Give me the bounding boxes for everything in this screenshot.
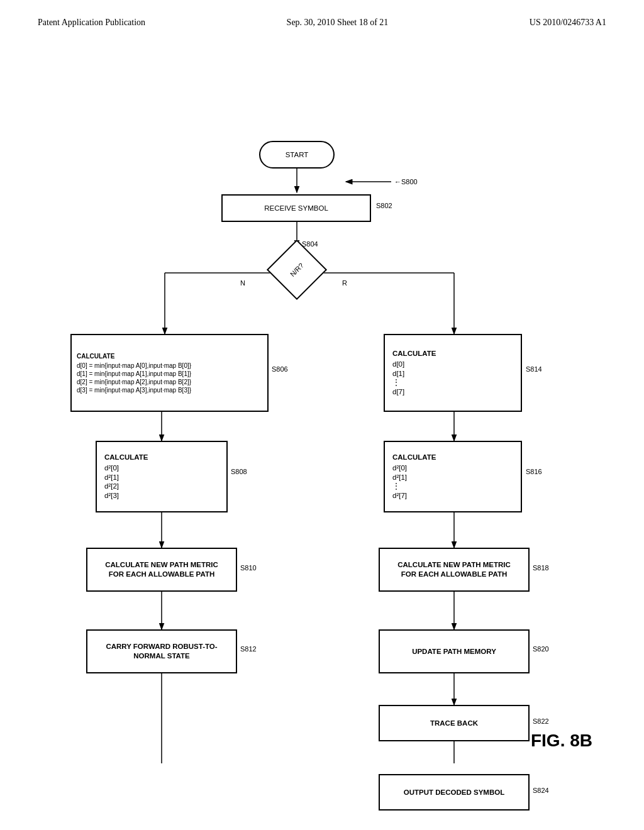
calc-left-title: CALCULATE [77, 352, 114, 360]
calc-left-d2-line4: d²[3] [104, 491, 119, 501]
calc-left-line3: d[2] = min{input·map A[2],input·map B[2]… [77, 378, 191, 386]
receive-label: RECEIVE SYMBOL [264, 204, 328, 213]
calc-left-d2-title: CALCULATE [104, 453, 148, 462]
calc-right-d2-line2: d²[1] [392, 473, 407, 482]
start-node: START [259, 141, 335, 169]
output-decoded-node: OUTPUT DECODED SYMBOL [379, 774, 530, 811]
s822-label: S822 [533, 717, 549, 725]
receive-symbol-node: RECEIVE SYMBOL [221, 194, 371, 222]
page-header: Patent Application Publication Sep. 30, … [0, 0, 644, 28]
start-label: START [286, 150, 309, 160]
calc-left-d2-node: CALCULATE d²[0] d²[1] d²[2] d²[3] [96, 441, 228, 512]
calc-path-left-line2: FOR EACH ALLOWABLE PATH [109, 570, 214, 579]
carry-forward-node: CARRY FORWARD ROBUST-TO- NORMAL STATE [86, 629, 237, 673]
calc-path-right-node: CALCULATE NEW PATH METRIC FOR EACH ALLOW… [379, 548, 530, 592]
svg-text:←S800: ←S800 [394, 178, 418, 185]
fig-label: FIG. 8B [531, 731, 592, 751]
diagram-area: ←S800 S804 N R [39, 53, 605, 763]
s808-label: S808 [231, 468, 247, 475]
s824-label: S824 [533, 787, 549, 794]
header-center: Sep. 30, 2010 Sheet 18 of 21 [287, 18, 389, 28]
svg-text:N: N [240, 279, 245, 287]
calc-path-left-node: CALCULATE NEW PATH METRIC FOR EACH ALLOW… [86, 548, 237, 592]
carry-forward-line1: CARRY FORWARD ROBUST-TO- [106, 642, 217, 651]
carry-forward-line2: NORMAL STATE [133, 651, 189, 661]
s818-label: S818 [533, 564, 549, 572]
update-path-label: UPDATE PATH MEMORY [412, 647, 496, 656]
calc-right-d-line2: d[1] [392, 369, 404, 379]
s814-label: S814 [526, 365, 542, 373]
calc-right-d2-line3: d²[7] [392, 491, 407, 501]
calc-path-left-line1: CALCULATE NEW PATH METRIC [105, 560, 218, 570]
header-right: US 2010/0246733 A1 [530, 18, 606, 28]
calc-right-d-line1: d[0] [392, 360, 404, 369]
diamond-label: N/R? [261, 234, 332, 305]
calc-right-d-title: CALCULATE [392, 349, 436, 358]
calc-left-line1: d[0] = min{input·map A[0],input·map B[0]… [77, 362, 191, 370]
s802-label: S802 [376, 202, 392, 209]
svg-text:R: R [342, 279, 347, 287]
output-decoded-label: OUTPUT DECODED SYMBOL [404, 788, 504, 797]
trace-back-label: TRACE BACK [430, 719, 478, 728]
calc-right-d2-line1: d²[0] [392, 463, 407, 473]
calc-left-d2-line3: d²[2] [104, 482, 119, 491]
header-left: Patent Application Publication [38, 18, 145, 28]
calc-left-d2-line2: d²[1] [104, 473, 119, 482]
update-path-node: UPDATE PATH MEMORY [379, 629, 530, 673]
calc-left-line2: d[1] = min{input·map A[1],input·map B[1]… [77, 370, 191, 378]
s810-label: S810 [240, 564, 257, 572]
calc-right-d2-title: CALCULATE [392, 453, 436, 462]
calc-path-right-line1: CALCULATE NEW PATH METRIC [397, 560, 511, 570]
s820-label: S820 [533, 645, 549, 653]
s816-label: S816 [526, 468, 542, 475]
calc-right-d-line3: d[7] [392, 387, 404, 397]
calc-right-d-node: CALCULATE d[0] d[1] ⋮ d[7] [384, 334, 522, 412]
calc-left-node: CALCULATE d[0] = min{input·map A[0],inpu… [70, 334, 269, 412]
calc-left-d2-line1: d²[0] [104, 463, 119, 473]
calc-right-d2-node: CALCULATE d²[0] d²[1] ⋮ d²[7] [384, 441, 522, 512]
calc-path-right-line2: FOR EACH ALLOWABLE PATH [401, 570, 507, 579]
s812-label: S812 [240, 645, 257, 653]
trace-back-node: TRACE BACK [379, 705, 530, 741]
calc-right-d-dots: ⋮ [392, 378, 400, 387]
calc-right-d2-dots: ⋮ [392, 482, 400, 491]
s806-label: S806 [272, 365, 288, 373]
calc-left-line4: d[3] = min{input·map A[3],input·map B[3]… [77, 386, 191, 394]
